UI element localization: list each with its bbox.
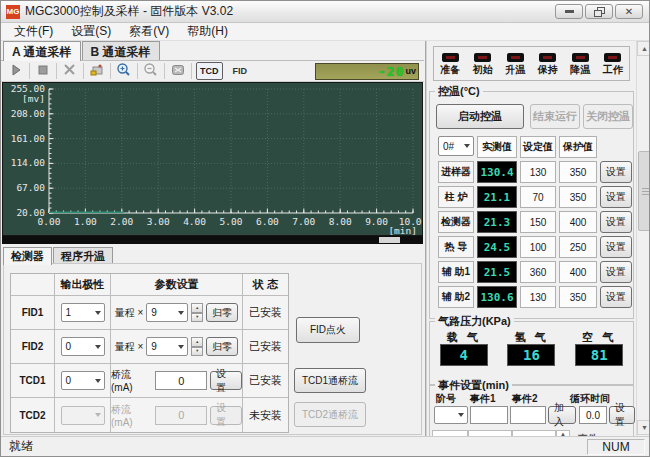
temp-set-value[interactable]: 150 bbox=[520, 211, 556, 233]
temp-set-button-3[interactable]: 设置 bbox=[600, 236, 632, 258]
temp-set-value[interactable]: 130 bbox=[520, 161, 556, 183]
temp-protect-value[interactable]: 400 bbox=[559, 261, 597, 283]
bridge-current-input-tcd1[interactable]: 0 bbox=[155, 371, 207, 390]
led-indicator-icon bbox=[604, 53, 621, 62]
tab-detector[interactable]: 检测器 bbox=[3, 247, 52, 265]
scroll-up-arrow-icon[interactable]: ▲ bbox=[637, 41, 650, 56]
temp-set-button-4[interactable]: 设置 bbox=[600, 261, 632, 283]
param-label: 桥流(mA) bbox=[111, 403, 152, 428]
temp-set-button-0[interactable]: 设置 bbox=[600, 161, 632, 183]
spinner-up-icon[interactable]: ▲ bbox=[191, 303, 203, 313]
status-led-box: 准备初始升温保持降温工作 bbox=[433, 46, 630, 81]
menu-item-help[interactable]: 帮助(H) bbox=[178, 22, 237, 41]
colors-button[interactable] bbox=[86, 62, 108, 80]
svg-text:1.00: 1.00 bbox=[74, 216, 97, 227]
range-spinner-fid1[interactable]: ▲▼ bbox=[191, 303, 203, 322]
close-icon: ✕ bbox=[625, 7, 633, 17]
temp-set-value[interactable]: 360 bbox=[520, 261, 556, 283]
zero-button-fid2[interactable]: 归零 bbox=[206, 337, 238, 356]
detector-row-tcd2: TCD2桥流(mA)0设置未安装 bbox=[11, 398, 288, 432]
scrollbar-thumb[interactable] bbox=[638, 151, 650, 231]
num-indicator: NUM bbox=[587, 439, 645, 455]
chart-corner-box bbox=[379, 237, 400, 243]
detector-row-tcd1: TCD10桥流(mA)0设置已安装 bbox=[11, 364, 288, 398]
chromatogram-chart: 255.00[mv]208.00161.00114.0067.0020.000.… bbox=[2, 82, 423, 236]
led-label: 保持 bbox=[538, 63, 558, 77]
temp-set-button-5[interactable]: 设置 bbox=[600, 286, 632, 308]
set-button-tcd1[interactable]: 设置 bbox=[210, 371, 242, 390]
tcd1-bridge-button[interactable]: TCD1通桥流 bbox=[294, 368, 366, 393]
temp-set-value[interactable]: 100 bbox=[520, 236, 556, 258]
temp-protect-value[interactable]: 250 bbox=[559, 236, 597, 258]
event1-input[interactable] bbox=[470, 406, 508, 424]
gas-displays: 41681 bbox=[430, 344, 633, 366]
spinner-up-icon[interactable]: ▲ bbox=[191, 337, 203, 347]
led-item-3: 保持 bbox=[538, 53, 558, 77]
clear-button[interactable] bbox=[59, 62, 81, 80]
event2-input[interactable] bbox=[510, 406, 546, 424]
window-title: MGC3000控制及采样 - 固件版本 V3.02 bbox=[25, 3, 233, 20]
cycle-time-input[interactable]: 0.0 bbox=[579, 406, 607, 424]
vertical-scrollbar[interactable]: ▲ ▼ bbox=[636, 41, 650, 436]
close-button[interactable]: ✕ bbox=[615, 4, 643, 19]
temp-set-value[interactable]: 130 bbox=[520, 286, 556, 308]
chevron-down-icon bbox=[95, 379, 101, 383]
svg-text:4.00: 4.00 bbox=[183, 216, 206, 227]
gas-pressure-display: 16 bbox=[507, 344, 555, 366]
cycle-set-button[interactable]: 设置 bbox=[609, 406, 635, 424]
svg-text:2.00: 2.00 bbox=[110, 216, 133, 227]
app-window: MG MGC3000控制及采样 - 固件版本 V3.02 ✕ 文件(F)设置(S… bbox=[0, 0, 650, 457]
zero-button-fid1[interactable]: 归零 bbox=[206, 303, 238, 322]
menu-item-settings[interactable]: 设置(S) bbox=[62, 22, 120, 41]
detector-row-fid2: FID20量程 ×9▲▼归零已安装 bbox=[11, 330, 288, 364]
start-button[interactable] bbox=[5, 62, 27, 80]
polarity-select-tcd1[interactable]: 0 bbox=[61, 371, 105, 390]
spinner-down-icon[interactable]: ▼ bbox=[191, 313, 203, 323]
param-label: 量程 × bbox=[115, 340, 144, 354]
fid-ignite-button[interactable]: FID点火 bbox=[296, 317, 360, 343]
led-indicator-icon bbox=[539, 53, 556, 62]
scroll-down-arrow-icon[interactable]: ▼ bbox=[637, 420, 650, 435]
temp-control-group: 控温(°C) 启动控温结束运行关闭控温 0#实测值设定值保护值进样器130.41… bbox=[429, 91, 634, 319]
stop-button[interactable] bbox=[32, 62, 54, 80]
temp-set-button-1[interactable]: 设置 bbox=[600, 186, 632, 208]
temp-protect-value[interactable]: 400 bbox=[559, 211, 597, 233]
title-bar[interactable]: MG MGC3000控制及采样 - 固件版本 V3.02 ✕ bbox=[1, 1, 649, 23]
menu-item-file[interactable]: 文件(F) bbox=[5, 22, 62, 41]
tab-temp-program[interactable]: 程序升温 bbox=[53, 247, 113, 264]
minimize-button[interactable] bbox=[555, 4, 583, 19]
temp-protect-value[interactable]: 350 bbox=[559, 186, 597, 208]
event-add-button[interactable]: 加入 bbox=[548, 406, 576, 424]
spinner-down-icon[interactable]: ▼ bbox=[191, 347, 203, 357]
gas-pressure-display: 81 bbox=[575, 344, 623, 366]
tab-channel-a[interactable]: A 通道采样 bbox=[3, 41, 81, 61]
range-select-fid1[interactable]: 9 bbox=[146, 303, 188, 322]
zoom-out-button[interactable] bbox=[140, 62, 162, 80]
chevron-down-icon bbox=[95, 345, 101, 349]
zoom-in-button[interactable] bbox=[113, 62, 135, 80]
tcd-toggle-button[interactable]: TCD bbox=[196, 62, 223, 80]
temp-protect-value[interactable]: 350 bbox=[559, 286, 597, 308]
polarity-select-fid2[interactable]: 0 bbox=[61, 337, 105, 356]
unit-select[interactable]: 0# bbox=[438, 136, 474, 156]
chevron-down-icon bbox=[95, 311, 101, 315]
temp-set-button-2[interactable]: 设置 bbox=[600, 211, 632, 233]
polarity-select-tcd2 bbox=[61, 406, 105, 425]
end-run-button: 结束运行 bbox=[530, 104, 580, 129]
chevron-down-icon bbox=[178, 345, 184, 349]
temp-protect-value[interactable]: 350 bbox=[559, 161, 597, 183]
menu-item-view[interactable]: 察看(V) bbox=[120, 22, 178, 41]
fid-toggle-button[interactable]: FID bbox=[233, 66, 248, 76]
tab-channel-b[interactable]: B 通道采样 bbox=[82, 41, 160, 60]
polarity-select-fid1[interactable]: 1 bbox=[61, 303, 105, 322]
event-step-select[interactable] bbox=[434, 406, 468, 424]
polarity-cell: 0 bbox=[55, 330, 111, 363]
range-spinner-fid2[interactable]: ▲▼ bbox=[191, 337, 203, 356]
temp-table: 0#实测值设定值保护值进样器130.4130350设置柱 炉21.170350设… bbox=[438, 136, 632, 308]
restore-button[interactable] bbox=[585, 4, 613, 19]
start-temp-button[interactable]: 启动控温 bbox=[436, 104, 524, 129]
range-select-fid2[interactable]: 9 bbox=[146, 337, 188, 356]
restore-view-button[interactable] bbox=[167, 62, 189, 80]
temp-actual-display: 21.3 bbox=[477, 211, 517, 233]
temp-set-value[interactable]: 70 bbox=[520, 186, 556, 208]
